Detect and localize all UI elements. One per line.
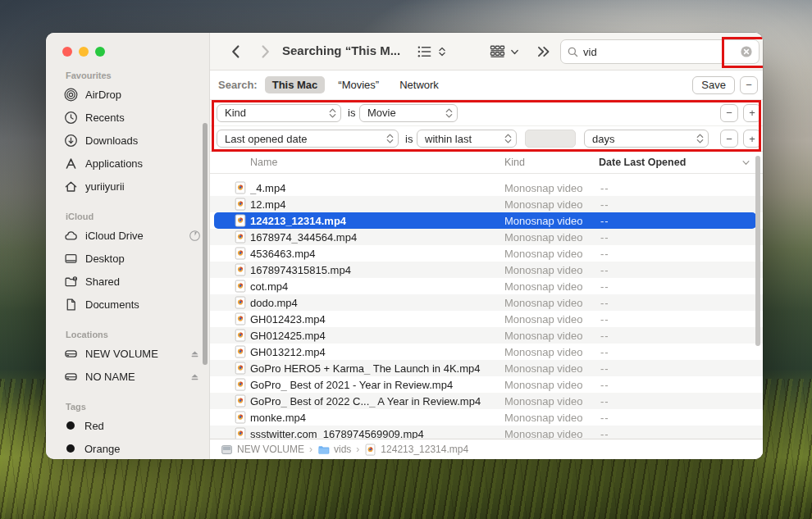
folder-icon	[317, 444, 330, 456]
save-search-button[interactable]: Save	[692, 76, 735, 94]
table-row[interactable]: GoPro_ Best of 2022 C..._ A Year in Revi…	[210, 393, 763, 409]
minimize-button[interactable]	[79, 47, 89, 57]
scope-network[interactable]: Network	[392, 76, 446, 93]
table-row[interactable]: GoPro_ Best of 2021 - Year in Review.mp4…	[210, 376, 763, 393]
add-criterion-button[interactable]: +	[743, 130, 761, 148]
sidebar-item-icloud-drive[interactable]: iCloud Drive	[57, 224, 201, 247]
sidebar-item-label: NO NAME	[85, 371, 135, 383]
list-view-icon[interactable]	[417, 43, 432, 60]
remove-criterion-button[interactable]: −	[720, 104, 738, 122]
group-by-icon[interactable]	[489, 43, 506, 60]
toolbar-overflow-icon[interactable]	[536, 43, 551, 60]
toolbar: Searching “This M...	[210, 33, 763, 71]
file-name: 4536463.mp4	[250, 248, 316, 260]
list-scrollbar[interactable]	[755, 156, 760, 346]
chevron-down-icon[interactable]	[509, 47, 520, 57]
sidebar-item-new-volume[interactable]: NEW VOLUME	[57, 342, 201, 365]
close-button[interactable]	[62, 47, 72, 57]
unit-select[interactable]: days	[584, 130, 709, 148]
sidebar-item-red[interactable]: Red	[57, 414, 201, 437]
sidebar-item-recents[interactable]: Recents	[57, 106, 201, 129]
sidebar-item-downloads[interactable]: Downloads	[57, 129, 201, 152]
path-item-label: 124213_12314.mp4	[381, 444, 468, 455]
back-icon[interactable]	[228, 43, 244, 60]
eject-icon[interactable]	[189, 348, 201, 360]
sidebar-item-airdrop[interactable]: AirDrop	[57, 83, 201, 106]
forward-icon[interactable]	[257, 43, 273, 60]
attribute-select[interactable]: Kind	[217, 104, 341, 122]
sidebar-item-documents[interactable]: Documents	[57, 293, 201, 316]
scope-this-mac[interactable]: This Mac	[265, 76, 326, 93]
file-date-last-opened: --	[600, 395, 609, 407]
magnifier-icon	[567, 46, 579, 58]
table-row[interactable]: GH012425.mp4Monosnap video--	[210, 327, 763, 344]
file-name: 124213_12314.mp4	[250, 215, 346, 227]
table-row[interactable]: 1678974_344564.mp4Monosnap video--	[210, 229, 763, 245]
document-icon	[64, 298, 78, 312]
file-name: monke.mp4	[250, 412, 306, 424]
path-item[interactable]: 124213_12314.mp4	[364, 444, 468, 456]
zoom-button[interactable]	[95, 47, 105, 57]
file-date-last-opened: --	[600, 182, 609, 194]
file-icon	[235, 181, 246, 194]
file-icon	[235, 378, 246, 391]
table-row[interactable]: 4536463.mp4Monosnap video--	[210, 245, 763, 262]
table-row[interactable]: ssstwitter.com_1678974569909.mp4Monosnap…	[210, 426, 763, 439]
table-row[interactable]: 124213_12314.mp4Monosnap video--	[210, 212, 763, 229]
attribute-select[interactable]: Last opened date	[217, 130, 399, 148]
table-row[interactable]: dodo.mp4Monosnap video--	[210, 294, 763, 311]
view-stepper-icon[interactable]	[436, 43, 448, 60]
search-input[interactable]	[583, 46, 736, 58]
table-row[interactable]: cot.mp4Monosnap video--	[210, 278, 763, 294]
sidebar-item-yuriiyurii[interactable]: yuriiyurii	[57, 175, 201, 198]
sidebar-item-no-name[interactable]: NO NAME	[57, 365, 201, 388]
home-icon	[64, 180, 78, 193]
remove-criterion-button[interactable]: −	[720, 130, 738, 148]
disk-small-icon	[221, 444, 233, 456]
file-name: GoPro_ Best of 2022 C..._ A Year in Revi…	[250, 395, 481, 407]
file-kind: Monosnap video	[504, 280, 582, 293]
eject-icon[interactable]	[189, 371, 201, 383]
scope-movies[interactable]: “Movies”	[331, 76, 386, 93]
comparator-select[interactable]: within last	[417, 130, 517, 148]
file-kind: Monosnap video	[504, 313, 582, 326]
file-kind: Monosnap video	[504, 264, 582, 276]
path-item[interactable]: NEW VOLUME	[221, 444, 304, 456]
sidebar-item-label: yuriiyurii	[85, 180, 125, 193]
column-header-kind[interactable]: Kind	[504, 157, 525, 168]
file-icon	[235, 230, 246, 244]
file-date-last-opened: --	[600, 280, 609, 293]
table-row[interactable]: 1678974315815.mp4Monosnap video--	[210, 262, 763, 278]
column-header-name[interactable]: Name	[250, 157, 277, 168]
file-name: ssstwitter.com_1678974569909.mp4	[250, 428, 424, 439]
sidebar-item-applications[interactable]: Applications	[57, 152, 201, 175]
file-name: GH012425.mp4	[250, 330, 326, 342]
file-icon	[235, 362, 246, 375]
sidebar-item-label: Desktop	[85, 253, 125, 265]
path-item[interactable]: vids	[317, 444, 351, 456]
add-criterion-button[interactable]: +	[743, 104, 761, 122]
search-field[interactable]	[560, 39, 760, 64]
table-row[interactable]: GH013212.mp4Monosnap video--	[210, 344, 763, 360]
search-scope-bar: Search: This Mac “Movies” Network Save −	[210, 71, 763, 100]
path-separator: ›	[356, 444, 359, 455]
tag-dot-icon	[66, 421, 75, 430]
table-row[interactable]: monke.mp4Monosnap video--	[210, 409, 763, 426]
table-row[interactable]: GH012423.mp4Monosnap video--	[210, 311, 763, 327]
collapse-criteria-button[interactable]: −	[740, 76, 758, 94]
table-row[interactable]: GoPro HERO5 + Karma_ The Launch in 4K.mp…	[210, 360, 763, 376]
file-date-last-opened: --	[600, 330, 609, 342]
file-icon	[235, 312, 246, 326]
sidebar-item-shared[interactable]: Shared	[57, 270, 201, 293]
sort-chevron-icon[interactable]	[741, 157, 751, 168]
sidebar-item-orange[interactable]: Orange	[57, 437, 201, 459]
table-row[interactable]: _4.mp4Monosnap video--	[210, 180, 763, 196]
file-date-last-opened: --	[600, 215, 609, 227]
sidebar-scrollbar[interactable]	[203, 123, 208, 365]
amount-field[interactable]	[525, 130, 576, 148]
table-row[interactable]: 12.mp4Monosnap video--	[210, 196, 763, 212]
column-header-date-last-opened[interactable]: Date Last Opened	[599, 157, 686, 168]
value-select[interactable]: Movie	[359, 104, 458, 122]
sidebar-item-desktop[interactable]: Desktop	[57, 247, 201, 270]
clear-search-icon[interactable]	[740, 45, 753, 58]
